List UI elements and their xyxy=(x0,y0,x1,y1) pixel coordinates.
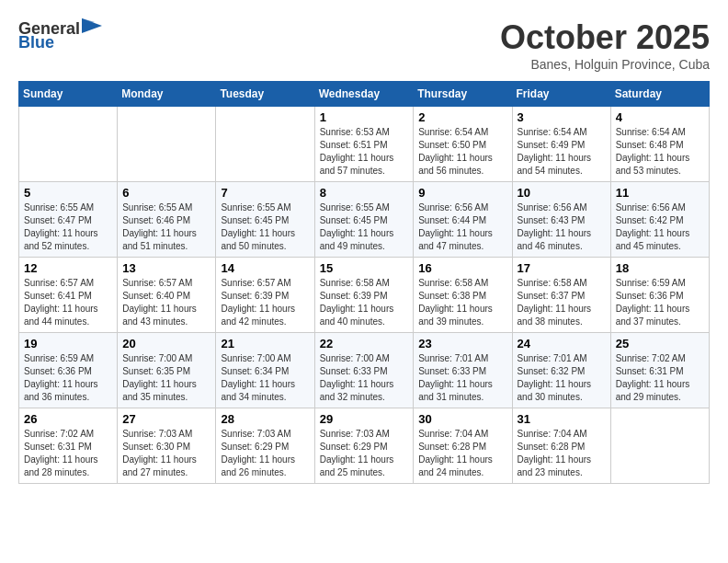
cell-day-number: 24 xyxy=(518,337,606,350)
calendar-cell: 26Sunrise: 7:02 AM Sunset: 6:31 PM Dayli… xyxy=(19,408,118,484)
cell-daylight-info: Sunrise: 6:55 AM Sunset: 6:45 PM Dayligh… xyxy=(221,201,309,253)
cell-daylight-info: Sunrise: 7:03 AM Sunset: 6:29 PM Dayligh… xyxy=(320,428,409,479)
cell-day-number: 30 xyxy=(418,412,506,426)
calendar-cell: 20Sunrise: 7:00 AM Sunset: 6:35 PM Dayli… xyxy=(118,333,216,408)
calendar-cell: 12Sunrise: 6:57 AM Sunset: 6:41 PM Dayli… xyxy=(19,258,118,333)
page-header: General Blue October 2025 Banes, Holguin… xyxy=(18,18,710,72)
cell-daylight-info: Sunrise: 6:55 AM Sunset: 6:45 PM Dayligh… xyxy=(320,201,409,253)
cell-day-number: 28 xyxy=(221,412,309,426)
cell-daylight-info: Sunrise: 7:01 AM Sunset: 6:33 PM Dayligh… xyxy=(418,352,506,404)
cell-day-number: 16 xyxy=(418,261,506,275)
cell-daylight-info: Sunrise: 6:58 AM Sunset: 6:37 PM Dayligh… xyxy=(518,277,606,328)
cell-day-number: 5 xyxy=(24,186,112,200)
calendar-cell: 7Sunrise: 6:55 AM Sunset: 6:45 PM Daylig… xyxy=(216,182,314,258)
calendar-week-row: 5Sunrise: 6:55 AM Sunset: 6:47 PM Daylig… xyxy=(19,182,710,258)
cell-daylight-info: Sunrise: 7:03 AM Sunset: 6:29 PM Dayligh… xyxy=(221,428,309,479)
calendar-cell xyxy=(19,107,118,182)
cell-daylight-info: Sunrise: 6:54 AM Sunset: 6:49 PM Dayligh… xyxy=(518,126,606,178)
cell-daylight-info: Sunrise: 7:02 AM Sunset: 6:31 PM Dayligh… xyxy=(616,352,704,404)
cell-day-number: 21 xyxy=(221,337,309,350)
cell-daylight-info: Sunrise: 7:04 AM Sunset: 6:28 PM Dayligh… xyxy=(418,428,506,479)
calendar-cell: 17Sunrise: 6:58 AM Sunset: 6:37 PM Dayli… xyxy=(512,258,610,333)
weekday-header-friday: Friday xyxy=(512,82,610,107)
weekday-header-thursday: Thursday xyxy=(414,82,512,107)
cell-day-number: 1 xyxy=(320,110,409,124)
calendar-cell: 28Sunrise: 7:03 AM Sunset: 6:29 PM Dayli… xyxy=(216,408,314,484)
calendar-cell: 16Sunrise: 6:58 AM Sunset: 6:38 PM Dayli… xyxy=(414,258,512,333)
logo-flag-icon xyxy=(82,18,102,35)
calendar-cell: 13Sunrise: 6:57 AM Sunset: 6:40 PM Dayli… xyxy=(118,258,216,333)
calendar-table: SundayMondayTuesdayWednesdayThursdayFrid… xyxy=(18,81,710,484)
cell-daylight-info: Sunrise: 7:00 AM Sunset: 6:35 PM Dayligh… xyxy=(122,352,210,404)
logo-blue: Blue xyxy=(18,33,54,52)
calendar-cell: 18Sunrise: 6:59 AM Sunset: 6:36 PM Dayli… xyxy=(610,258,709,333)
weekday-header-sunday: Sunday xyxy=(19,82,118,107)
cell-day-number: 7 xyxy=(221,186,309,200)
cell-day-number: 19 xyxy=(24,337,112,350)
cell-day-number: 27 xyxy=(122,412,210,426)
cell-day-number: 4 xyxy=(616,110,704,124)
cell-day-number: 3 xyxy=(518,110,606,124)
calendar-cell xyxy=(118,107,216,182)
cell-day-number: 31 xyxy=(518,412,606,426)
calendar-cell: 10Sunrise: 6:56 AM Sunset: 6:43 PM Dayli… xyxy=(512,182,610,258)
cell-day-number: 20 xyxy=(122,337,210,350)
cell-day-number: 12 xyxy=(24,261,112,275)
calendar-cell: 4Sunrise: 6:54 AM Sunset: 6:48 PM Daylig… xyxy=(610,107,709,182)
calendar-cell: 21Sunrise: 7:00 AM Sunset: 6:34 PM Dayli… xyxy=(216,333,314,408)
title-section: October 2025 Banes, Holguin Province, Cu… xyxy=(500,18,710,72)
calendar-cell: 23Sunrise: 7:01 AM Sunset: 6:33 PM Dayli… xyxy=(414,333,512,408)
weekday-header-saturday: Saturday xyxy=(610,82,709,107)
cell-day-number: 26 xyxy=(24,412,112,426)
cell-daylight-info: Sunrise: 6:54 AM Sunset: 6:48 PM Dayligh… xyxy=(616,126,704,178)
cell-day-number: 17 xyxy=(518,261,606,275)
calendar-cell: 9Sunrise: 6:56 AM Sunset: 6:44 PM Daylig… xyxy=(414,182,512,258)
cell-daylight-info: Sunrise: 7:03 AM Sunset: 6:30 PM Dayligh… xyxy=(122,428,210,479)
calendar-cell: 1Sunrise: 6:53 AM Sunset: 6:51 PM Daylig… xyxy=(314,107,414,182)
cell-day-number: 22 xyxy=(320,337,409,350)
cell-day-number: 25 xyxy=(616,337,704,350)
calendar-cell: 31Sunrise: 7:04 AM Sunset: 6:28 PM Dayli… xyxy=(512,408,610,484)
weekday-header-wednesday: Wednesday xyxy=(314,82,414,107)
cell-daylight-info: Sunrise: 7:01 AM Sunset: 6:32 PM Dayligh… xyxy=(518,352,606,404)
cell-day-number: 13 xyxy=(122,261,210,275)
cell-day-number: 10 xyxy=(518,186,606,200)
cell-daylight-info: Sunrise: 6:56 AM Sunset: 6:42 PM Dayligh… xyxy=(616,201,704,253)
cell-day-number: 23 xyxy=(418,337,506,350)
weekday-header-monday: Monday xyxy=(118,82,216,107)
cell-daylight-info: Sunrise: 7:02 AM Sunset: 6:31 PM Dayligh… xyxy=(24,428,112,479)
calendar-week-row: 12Sunrise: 6:57 AM Sunset: 6:41 PM Dayli… xyxy=(19,258,710,333)
calendar-cell: 14Sunrise: 6:57 AM Sunset: 6:39 PM Dayli… xyxy=(216,258,314,333)
calendar-cell: 2Sunrise: 6:54 AM Sunset: 6:50 PM Daylig… xyxy=(414,107,512,182)
month-title: October 2025 xyxy=(500,18,710,57)
calendar-cell xyxy=(610,408,709,484)
calendar-cell: 22Sunrise: 7:00 AM Sunset: 6:33 PM Dayli… xyxy=(314,333,414,408)
calendar-cell: 24Sunrise: 7:01 AM Sunset: 6:32 PM Dayli… xyxy=(512,333,610,408)
cell-day-number: 29 xyxy=(320,412,409,426)
cell-daylight-info: Sunrise: 6:53 AM Sunset: 6:51 PM Dayligh… xyxy=(320,126,409,178)
cell-day-number: 15 xyxy=(320,261,409,275)
cell-day-number: 11 xyxy=(616,186,704,200)
cell-daylight-info: Sunrise: 6:56 AM Sunset: 6:43 PM Dayligh… xyxy=(518,201,606,253)
cell-daylight-info: Sunrise: 6:59 AM Sunset: 6:36 PM Dayligh… xyxy=(616,277,704,328)
calendar-week-row: 19Sunrise: 6:59 AM Sunset: 6:36 PM Dayli… xyxy=(19,333,710,408)
cell-day-number: 6 xyxy=(122,186,210,200)
calendar-cell: 25Sunrise: 7:02 AM Sunset: 6:31 PM Dayli… xyxy=(610,333,709,408)
calendar-cell: 15Sunrise: 6:58 AM Sunset: 6:39 PM Dayli… xyxy=(314,258,414,333)
calendar-cell: 29Sunrise: 7:03 AM Sunset: 6:29 PM Dayli… xyxy=(314,408,414,484)
cell-day-number: 14 xyxy=(221,261,309,275)
cell-daylight-info: Sunrise: 7:04 AM Sunset: 6:28 PM Dayligh… xyxy=(518,428,606,479)
cell-daylight-info: Sunrise: 6:55 AM Sunset: 6:47 PM Dayligh… xyxy=(24,201,112,253)
calendar-cell xyxy=(216,107,314,182)
cell-daylight-info: Sunrise: 6:54 AM Sunset: 6:50 PM Dayligh… xyxy=(418,126,506,178)
calendar-cell: 6Sunrise: 6:55 AM Sunset: 6:46 PM Daylig… xyxy=(118,182,216,258)
cell-daylight-info: Sunrise: 6:57 AM Sunset: 6:40 PM Dayligh… xyxy=(122,277,210,328)
cell-day-number: 8 xyxy=(320,186,409,200)
location-subtitle: Banes, Holguin Province, Cuba xyxy=(500,57,710,72)
calendar-week-row: 26Sunrise: 7:02 AM Sunset: 6:31 PM Dayli… xyxy=(19,408,710,484)
cell-day-number: 2 xyxy=(418,110,506,124)
cell-daylight-info: Sunrise: 6:57 AM Sunset: 6:39 PM Dayligh… xyxy=(221,277,309,328)
calendar-week-row: 1Sunrise: 6:53 AM Sunset: 6:51 PM Daylig… xyxy=(19,107,710,182)
calendar-cell: 11Sunrise: 6:56 AM Sunset: 6:42 PM Dayli… xyxy=(610,182,709,258)
cell-daylight-info: Sunrise: 6:58 AM Sunset: 6:38 PM Dayligh… xyxy=(418,277,506,328)
